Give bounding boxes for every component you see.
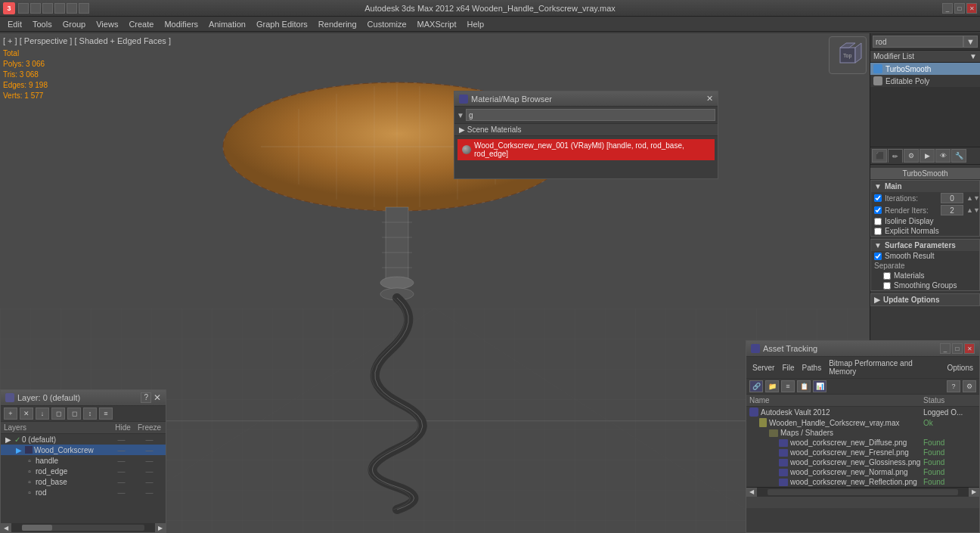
- asset-scroll-track[interactable]: [768, 489, 958, 495]
- menu-animation[interactable]: Animation: [204, 18, 250, 30]
- asset-menu-bitmap[interactable]: Bitmap Performance and Memory: [826, 358, 942, 377]
- menu-modifiers[interactable]: Modifiers: [160, 18, 203, 30]
- asset-minimize-btn[interactable]: _: [940, 343, 951, 354]
- menu-edit[interactable]: Edit: [3, 18, 26, 30]
- tab-utilities[interactable]: 🔧: [951, 149, 966, 163]
- layers-tb-delete[interactable]: ✕: [20, 407, 33, 420]
- iterations-spinner[interactable]: ▲▼: [966, 194, 980, 202]
- asset-tb-btn1[interactable]: 🔗: [749, 380, 763, 392]
- asset-close-btn[interactable]: ✕: [964, 343, 975, 354]
- materials-checkbox[interactable]: [883, 272, 891, 280]
- menu-help[interactable]: Help: [463, 18, 489, 30]
- layer-rod[interactable]: ▫ rod — —: [1, 487, 166, 497]
- render-iters-input[interactable]: [941, 205, 963, 215]
- tab-hierarchy[interactable]: ⚙: [904, 149, 919, 163]
- tb-btn-6[interactable]: [79, 3, 89, 14]
- update-section-header[interactable]: ▶ Update Options: [871, 294, 979, 305]
- tab-motion[interactable]: ▶: [920, 149, 935, 163]
- tb-btn-4[interactable]: [54, 3, 65, 14]
- main-section-header[interactable]: ▼ Main: [871, 181, 979, 192]
- mat-search-input[interactable]: [466, 109, 715, 121]
- asset-diffuse[interactable]: wood_corkscrew_new_Diffuse.png Found: [746, 438, 979, 448]
- layers-scrollbar[interactable]: ◀ ▶: [1, 523, 166, 532]
- asset-tb-help[interactable]: ?: [947, 380, 960, 392]
- isoline-checkbox[interactable]: [874, 218, 882, 225]
- asset-reflection[interactable]: wood_corkscrew_new_Reflection.png Found: [746, 477, 979, 487]
- asset-maps-folder[interactable]: Maps / Shaders: [746, 428, 979, 438]
- modifier-turbosmoothitem[interactable]: TurboSmooth: [870, 63, 980, 75]
- menu-rendering[interactable]: Rendering: [314, 18, 361, 30]
- scroll-right-arrow[interactable]: ▶: [155, 523, 166, 532]
- asset-menu-file[interactable]: File: [779, 363, 797, 373]
- smooth-checkbox[interactable]: [874, 253, 882, 260]
- layer-wood-corkscrew[interactable]: ▶ Wood_Corkscrew — —: [1, 445, 166, 455]
- mat-browser-close[interactable]: ✕: [706, 94, 713, 104]
- scroll-track[interactable]: [22, 525, 144, 531]
- menu-views[interactable]: Views: [91, 18, 122, 30]
- render-iters-checkbox2[interactable]: [874, 206, 882, 214]
- asset-normal[interactable]: wood_corkscrew_new_Normal.png Found: [746, 467, 979, 477]
- modifier-editablepoly[interactable]: Editable Poly: [870, 75, 980, 87]
- smoothinggroups-checkbox[interactable]: [883, 282, 891, 290]
- asset-fresnel[interactable]: wood_corkscrew_new_Fresnel.png Found: [746, 448, 979, 457]
- render-iters-spinner[interactable]: ▲▼: [966, 206, 980, 214]
- asset-max-file[interactable]: Wooden_Handle_Corkscrew_vray.max Ok: [746, 417, 979, 428]
- asset-tb-btn2[interactable]: 📁: [765, 380, 779, 392]
- viewport-nav-cube[interactable]: Top: [829, 36, 867, 74]
- asset-hscrollbar[interactable]: ◀ ▶: [746, 487, 979, 496]
- asset-maximize-btn[interactable]: □: [952, 343, 963, 354]
- asset-scroll-right[interactable]: ▶: [969, 488, 979, 497]
- tab-modify[interactable]: ✏: [888, 149, 903, 163]
- menu-group[interactable]: Group: [58, 18, 91, 30]
- asset-scroll-left[interactable]: ◀: [746, 488, 757, 497]
- menu-create[interactable]: Create: [124, 18, 158, 30]
- layers-close-btn[interactable]: ✕: [154, 392, 161, 403]
- titlebar-quick-access: [18, 3, 89, 14]
- scroll-thumb[interactable]: [22, 525, 52, 531]
- surface-section-header[interactable]: ▼ Surface Parameters: [871, 240, 979, 251]
- menu-tools[interactable]: Tools: [28, 18, 57, 30]
- layer-rod-edge[interactable]: ▫ rod_edge — —: [1, 466, 166, 476]
- layers-tb-select2[interactable]: ◻: [67, 407, 81, 420]
- asset-vault[interactable]: Autodesk Vault 2012 Logged O...: [746, 407, 979, 417]
- layers-tb-create[interactable]: +: [4, 407, 17, 420]
- minimize-button[interactable]: _: [942, 3, 953, 14]
- asset-menu-server[interactable]: Server: [749, 363, 777, 373]
- layers-tb-add[interactable]: ↓: [36, 407, 49, 420]
- layers-tb-settings[interactable]: ≡: [99, 407, 113, 420]
- maximize-button[interactable]: □: [954, 3, 965, 14]
- menu-customize[interactable]: Customize: [363, 18, 411, 30]
- tb-btn-3[interactable]: [42, 3, 53, 14]
- tb-btn-1[interactable]: [18, 3, 29, 14]
- asset-path-input[interactable]: [746, 496, 979, 508]
- asset-menu-options[interactable]: Options: [944, 363, 976, 373]
- asset-tb-btn5[interactable]: 📊: [813, 380, 826, 392]
- iterations-input[interactable]: [941, 193, 963, 203]
- rp-search-input[interactable]: [873, 36, 963, 48]
- rp-dropdown-btn[interactable]: ▼: [963, 36, 978, 48]
- layers-help-btn[interactable]: ?: [141, 392, 151, 403]
- titlebar-left: 3: [3, 2, 89, 14]
- explicit-checkbox[interactable]: [874, 228, 882, 235]
- asset-tb-btn3[interactable]: ≡: [781, 380, 795, 392]
- render-iters-checkbox[interactable]: [874, 194, 882, 202]
- scroll-left-arrow[interactable]: ◀: [1, 523, 11, 532]
- mat-item-wood[interactable]: Wood_Corkscrew_new_001 (VRayMtl) [handle…: [457, 139, 715, 160]
- asset-menu-paths[interactable]: Paths: [799, 363, 825, 373]
- modifier-list-dropdown[interactable]: ▼: [969, 52, 977, 60]
- menu-graph-editors[interactable]: Graph Editors: [252, 18, 312, 30]
- asset-tb-settings[interactable]: ⚙: [963, 380, 976, 392]
- layer-0-default[interactable]: ▶ ✓ 0 (default) — —: [1, 434, 166, 445]
- asset-tb-btn4[interactable]: 📋: [797, 380, 811, 392]
- tb-btn-5[interactable]: [67, 3, 77, 14]
- layer-handle[interactable]: ▫ handle — —: [1, 455, 166, 466]
- close-button[interactable]: ✕: [966, 3, 977, 14]
- asset-glossiness[interactable]: wood_corkscrew_new_Glossiness.png Found: [746, 457, 979, 467]
- tb-btn-2[interactable]: [30, 3, 41, 14]
- layers-tb-select[interactable]: ◻: [51, 407, 65, 420]
- tab-create[interactable]: ⬛: [872, 149, 887, 163]
- tab-display[interactable]: 👁: [935, 149, 951, 163]
- layers-tb-move[interactable]: ↕: [83, 407, 97, 420]
- layer-rod-base[interactable]: ▫ rod_base — —: [1, 476, 166, 487]
- menu-maxscript[interactable]: MAXScript: [413, 18, 461, 30]
